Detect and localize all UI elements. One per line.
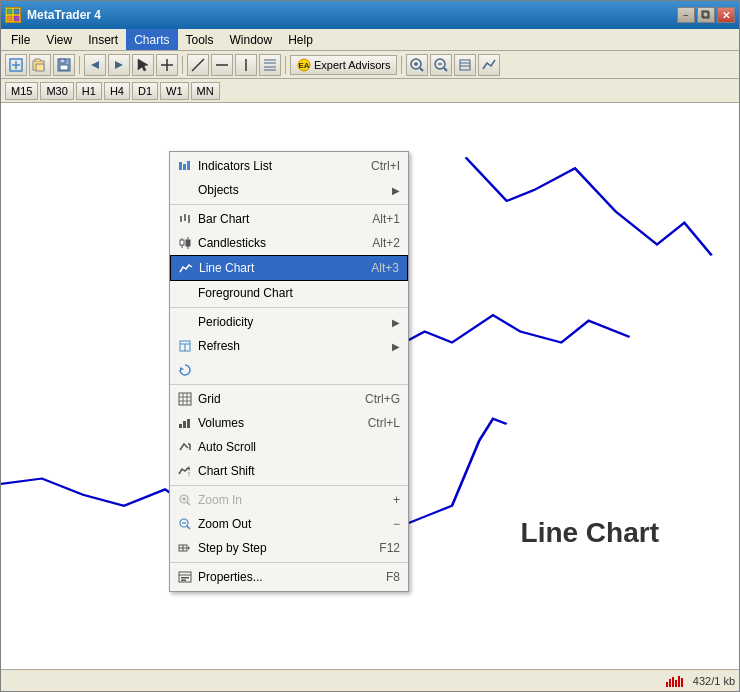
bar-chart-icon [176,210,194,228]
menu-chart-shift[interactable]: Chart Shift [170,459,408,483]
objects-label: Objects [198,183,372,197]
objects-arrow: ▶ [392,185,400,196]
svg-line-74 [187,526,190,529]
tf-m30[interactable]: M30 [40,82,73,100]
back-btn[interactable] [84,54,106,76]
svg-marker-79 [188,546,190,550]
menu-view[interactable]: View [38,29,80,50]
open-btn[interactable] [29,54,51,76]
grid-shortcut: Ctrl+G [365,392,400,406]
new-chart-btn[interactable] [5,54,27,76]
volumes-label: Volumes [198,416,348,430]
title-bar-left: MetaTrader 4 [5,7,101,23]
svg-marker-15 [115,61,123,69]
zoom-in-toolbar-btn[interactable] [406,54,428,76]
status-right: 432/1 kb [665,674,735,688]
zoom-out-toolbar-btn[interactable] [430,54,452,76]
step-by-step-icon [176,539,194,557]
auto-scroll-icon [176,438,194,456]
svg-rect-2 [7,16,12,21]
menu-refresh[interactable] [170,358,408,382]
template-label: Refresh [198,339,392,353]
tf-m15[interactable]: M15 [5,82,38,100]
menu-volumes[interactable]: Volumes Ctrl+L [170,411,408,435]
window-title: MetaTrader 4 [27,8,101,22]
tf-mn[interactable]: MN [191,82,220,100]
svg-rect-39 [183,164,186,170]
foreground-chart-icon [176,284,194,302]
menu-bar-chart[interactable]: Bar Chart Alt+1 [170,207,408,231]
app-icon [5,7,21,23]
menu-periodicity[interactable]: Periodicity ▶ [170,310,408,334]
menu-tools[interactable]: Tools [178,29,222,50]
expert-advisors-btn[interactable]: EA Expert Advisors [290,55,397,75]
menu-auto-scroll[interactable]: Auto Scroll [170,435,408,459]
menu-line-chart[interactable]: Line Chart Alt+3 [170,255,408,281]
sep4 [401,56,402,74]
fib-btn[interactable] [259,54,281,76]
svg-rect-85 [669,679,671,687]
svg-rect-87 [675,680,677,687]
toolbar-main: EA Expert Advisors [1,51,739,79]
refresh-icon [176,361,194,379]
menu-candlesticks[interactable]: Candlesticks Alt+2 [170,231,408,255]
menu-foreground-chart[interactable]: Foreground Chart [170,281,408,305]
close-button[interactable]: ✕ [717,7,735,23]
svg-rect-10 [36,64,44,71]
chart-shift-label: Chart Shift [198,464,400,478]
menu-zoom-in: Zoom In + [170,488,408,512]
hline-btn[interactable] [211,54,233,76]
svg-rect-83 [181,580,186,582]
menu-file[interactable]: File [3,29,38,50]
svg-rect-53 [186,240,190,246]
svg-marker-16 [138,59,148,71]
tf-h4[interactable]: H4 [104,82,130,100]
line-btn[interactable] [187,54,209,76]
tf-h1[interactable]: H1 [76,82,102,100]
fwd-btn[interactable] [108,54,130,76]
toolbar-timeframes: M15 M30 H1 H4 D1 W1 MN [1,79,739,103]
menu-step-by-step[interactable]: Step by Step F12 [170,536,408,560]
svg-rect-88 [678,676,680,687]
line-chart-icon [177,259,195,277]
chart-prop-btn[interactable] [454,54,476,76]
tf-w1[interactable]: W1 [160,82,189,100]
status-bar: 432/1 kb [1,669,739,691]
menu-indicators-list[interactable]: Indicators List Ctrl+I [170,154,408,178]
save-btn[interactable] [53,54,75,76]
svg-rect-51 [180,240,184,245]
volumes-shortcut: Ctrl+L [368,416,400,430]
step-by-step-shortcut: F12 [379,541,400,555]
menu-grid[interactable]: Grid Ctrl+G [170,387,408,411]
restore-button[interactable] [697,7,715,23]
svg-rect-65 [187,419,190,428]
zoom-in-icon [176,491,194,509]
svg-rect-12 [60,59,65,63]
menu-properties[interactable]: Properties... F8 [170,565,408,589]
menu-insert[interactable]: Insert [80,29,126,50]
menu-template[interactable]: Refresh ▶ [170,334,408,358]
svg-marker-14 [91,61,99,69]
candlesticks-shortcut: Alt+2 [372,236,400,250]
line-chart-shortcut: Alt+3 [371,261,399,275]
menu-charts[interactable]: Charts [126,29,177,50]
menu-help[interactable]: Help [280,29,321,50]
periodicity-icon [176,313,194,331]
menu-zoom-out[interactable]: Zoom Out − [170,512,408,536]
menu-window[interactable]: Window [222,29,281,50]
auto-scroll-label: Auto Scroll [198,440,400,454]
indicator-btn[interactable] [478,54,500,76]
zoom-in-label: Zoom In [198,493,373,507]
crosshair-btn[interactable] [156,54,178,76]
line-chart-label: Line Chart [199,261,351,275]
tf-d1[interactable]: D1 [132,82,158,100]
menu-objects[interactable]: Objects ▶ [170,178,408,202]
template-arrow: ▶ [392,341,400,352]
vline-btn[interactable] [235,54,257,76]
zoom-out-label: Zoom Out [198,517,373,531]
grid-label: Grid [198,392,345,406]
cursor-btn[interactable] [132,54,154,76]
expert-label: Expert Advisors [314,59,390,71]
minimize-button[interactable]: − [677,7,695,23]
status-chart-icon [665,674,685,688]
